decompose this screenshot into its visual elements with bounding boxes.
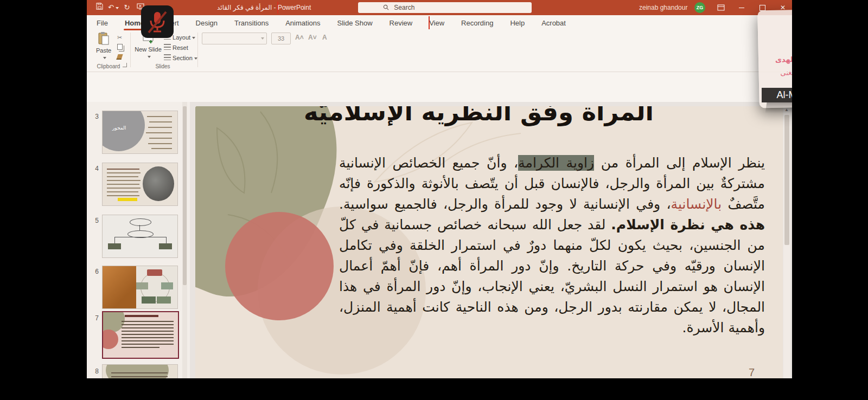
- search-placeholder: Search: [394, 4, 414, 11]
- reset-button[interactable]: Reset: [164, 44, 188, 51]
- slide-thumbnail-5[interactable]: [102, 215, 178, 258]
- tab-slideshow[interactable]: Slide Show: [336, 17, 373, 29]
- font-name-combo[interactable]: [202, 33, 267, 44]
- minimize-button[interactable]: [732, 0, 751, 15]
- format-painter-icon[interactable]: [117, 54, 122, 61]
- ribbon: Paste ✂ Clipboard New Slide Layout Reset…: [87, 30, 792, 72]
- thumbnail-number: 6: [90, 268, 99, 275]
- slide-pink-circle: [225, 212, 334, 320]
- diagram-node: [142, 296, 156, 304]
- reset-label: Reset: [173, 44, 188, 51]
- thumbnail-blob: [102, 330, 118, 349]
- undo-icon[interactable]: ↶: [107, 2, 119, 13]
- slide-thumbnail-3[interactable]: المحور: [102, 111, 178, 154]
- cut-icon[interactable]: ✂: [117, 34, 122, 41]
- background-dua-text: العفاف والغنى!: [760, 68, 792, 78]
- save-icon[interactable]: [94, 2, 104, 13]
- slide-thumbnail-8[interactable]: [102, 364, 178, 378]
- section-label: Section: [173, 55, 193, 61]
- red-emphasis-text: بالإنسانية: [671, 196, 722, 212]
- layout-label: Layout: [173, 34, 190, 41]
- thumbnail-number: 3: [90, 113, 99, 120]
- shrink-font-icon[interactable]: A˅: [308, 34, 317, 41]
- tab-transitions[interactable]: Transitions: [233, 17, 270, 29]
- section-icon: [164, 54, 171, 60]
- bold-emphasis-text: هذه هي نظرة الإسلام.: [611, 217, 765, 233]
- search-icon: [383, 4, 391, 11]
- paste-button[interactable]: Paste: [91, 31, 116, 61]
- slide-page-number: 7: [749, 366, 755, 378]
- section-button[interactable]: Section: [164, 54, 197, 61]
- window-title: المرأة في فكر القائد - PowerPoint: [217, 0, 311, 15]
- font-size-value: 33: [278, 35, 284, 42]
- annotation-red-line: [429, 16, 430, 29]
- body-text: ، وفي الإنسانية لا وجود للمرأة والرجل، ف…: [339, 196, 671, 212]
- org-name-english: Al-Mahdi Guides Association: [762, 88, 792, 102]
- tab-file[interactable]: File: [95, 17, 109, 29]
- diagram-node: [147, 269, 162, 276]
- group-label-clipboard: Clipboard: [93, 63, 124, 69]
- thumbnail-number: 4: [90, 165, 99, 172]
- ribbon-display-options-icon[interactable]: [712, 0, 730, 15]
- muted-mic-button[interactable]: [141, 5, 174, 38]
- tab-review[interactable]: Review: [388, 17, 414, 29]
- title-bar: ↶ ↻ المرأة في فكر القائد - PowerPoint Se…: [87, 0, 792, 15]
- slide-thumbnail-panel: 3 المحور 4 5 6: [87, 102, 190, 378]
- tab-view[interactable]: View: [428, 17, 445, 29]
- vertical-scrollbar[interactable]: ▲ ▼: [783, 106, 790, 378]
- reset-icon: [164, 44, 171, 50]
- diagram-node: [157, 296, 171, 304]
- powerpoint-window: ↶ ↻ المرأة في فكر القائد - PowerPoint Se…: [87, 0, 792, 378]
- thumbnail-photo: [103, 266, 136, 308]
- slide-canvas[interactable]: المرأة وفق النظريه الإسلاميّه ينظر الإسل…: [195, 106, 783, 378]
- avatar[interactable]: ZG: [694, 2, 705, 13]
- body-text: ينظر الإسلام إلى المرأة من: [594, 155, 765, 171]
- diagram-node: [130, 218, 151, 226]
- copy-icon[interactable]: [117, 44, 123, 51]
- diagram-node: [136, 282, 148, 289]
- tab-help[interactable]: Help: [509, 17, 526, 29]
- tab-design[interactable]: Design: [195, 17, 219, 29]
- tab-acrobat[interactable]: Acrobat: [540, 17, 567, 29]
- slide-thumbnail-6[interactable]: [102, 266, 178, 309]
- watermark-band-shadow: [765, 102, 792, 113]
- thumbnail-blob: [102, 111, 145, 151]
- thumbnail-number: 8: [90, 367, 99, 375]
- tab-recording[interactable]: Recording: [460, 17, 494, 29]
- paste-label: Paste: [96, 47, 111, 54]
- body-text: لقد جعل الله سبحانه خصائص جسمانية في كلّ…: [339, 217, 765, 336]
- font-size-combo[interactable]: 33: [271, 33, 291, 44]
- clipboard-dialog-launcher[interactable]: [123, 63, 127, 67]
- thumbnail-highlight: [118, 198, 137, 201]
- thumbnail-photo: [143, 166, 174, 201]
- slide-body-text[interactable]: ينظر الإسلام إلى المرأة من زاوية الكرامة…: [339, 153, 765, 338]
- slide-thumbnail-7-selected[interactable]: [102, 311, 179, 359]
- diagram-node: [159, 243, 172, 249]
- slide-title[interactable]: المرأة وفق النظريه الإسلاميّه: [277, 106, 681, 126]
- highlighted-phrase: زاوية الكرامة: [518, 155, 594, 171]
- tab-animations[interactable]: Animations: [284, 17, 321, 29]
- thumbnail-number: 5: [90, 217, 99, 224]
- grow-font-icon[interactable]: A˄: [295, 34, 304, 41]
- new-slide-label: New Slide: [135, 46, 162, 53]
- muted-mic-icon: [141, 5, 174, 38]
- thumbnail-title-line: [125, 315, 158, 317]
- slide-thumbnail-4[interactable]: [102, 163, 178, 206]
- redo-icon[interactable]: ↻: [123, 2, 131, 13]
- thumbnail-number: 7: [90, 314, 99, 322]
- diagram-node: [108, 243, 121, 249]
- thumbnail-caption: المحور: [112, 125, 126, 131]
- clear-formatting-icon[interactable]: A: [322, 34, 327, 41]
- search-input[interactable]: Search: [358, 2, 532, 13]
- paste-icon: [98, 31, 110, 46]
- thumbnail-scrollbar[interactable]: [182, 102, 187, 378]
- ribbon-tab-row: File Home Insert Design Transitions Anim…: [87, 15, 792, 30]
- diagram-node: [161, 282, 173, 289]
- background-dua-text: ـي أسألك الهدى: [766, 55, 792, 64]
- user-name[interactable]: zeinab ghandour: [639, 0, 687, 15]
- group-label-slides: Slides: [141, 63, 184, 69]
